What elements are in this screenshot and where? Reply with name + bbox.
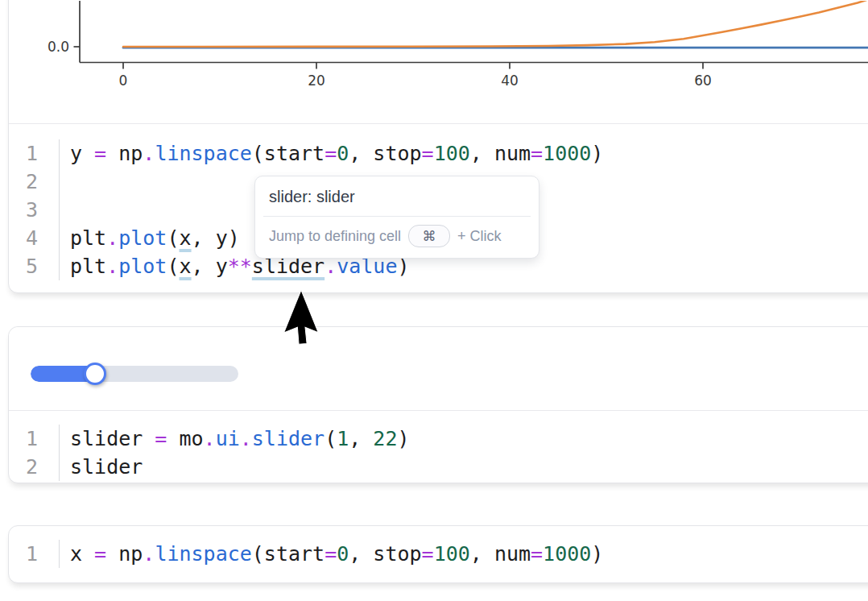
line-number: 4 [9, 224, 60, 252]
command-icon: ⌘ [423, 228, 436, 245]
code-line[interactable]: 1y = np.linspace(start=0, stop=100, num=… [9, 139, 868, 168]
line-number: 5 [9, 252, 60, 280]
line-number: 1 [9, 540, 60, 568]
plot-output: 0.00204060 [9, 1, 868, 123]
variable-tooltip: slider: slider Jump to defining cell ⌘ +… [254, 176, 539, 259]
line-number: 3 [9, 196, 60, 224]
svg-text:60: 60 [694, 73, 712, 89]
svg-text:0.0: 0.0 [48, 39, 69, 55]
code-editor[interactable]: 1x = np.linspace(start=0, stop=100, num=… [9, 526, 868, 568]
code-editor[interactable]: 1slider = mo.ui.slider(1, 22)2slider [9, 410, 868, 481]
slider-widget[interactable] [31, 362, 238, 386]
code-text: x = np.linspace(start=0, stop=100, num=1… [60, 540, 603, 568]
svg-text:20: 20 [308, 73, 325, 89]
slider-track[interactable] [31, 366, 238, 382]
code-line[interactable]: 1x = np.linspace(start=0, stop=100, num=… [9, 540, 868, 568]
reactive-variable: x [180, 255, 192, 278]
line-number: 2 [9, 453, 60, 481]
cell-slider: 1slider = mo.ui.slider(1, 22)2slider [8, 326, 868, 483]
marimo-notebook: 0.00204060 1y = np.linspace(start=0, sto… [0, 0, 868, 601]
code-text [60, 168, 70, 196]
code-line[interactable]: 2slider [9, 453, 868, 481]
slider-handle[interactable] [84, 363, 106, 385]
code-line[interactable]: 1slider = mo.ui.slider(1, 22) [9, 425, 868, 453]
reactive-variable: x [180, 226, 192, 250]
svg-text:0: 0 [119, 73, 128, 89]
code-text: plt.plot(x, y) [60, 224, 240, 252]
tooltip-suffix: + Click [457, 228, 502, 245]
code-text: slider [60, 453, 143, 481]
line-number: 2 [9, 168, 60, 196]
line-number: 1 [9, 425, 60, 453]
line-number: 1 [9, 139, 60, 168]
svg-text:40: 40 [501, 73, 519, 89]
tooltip-action-label: Jump to defining cell [269, 228, 401, 245]
code-text: y = np.linspace(start=0, stop=100, num=1… [60, 139, 603, 168]
slider-output [9, 327, 868, 410]
tooltip-title: slider: slider [255, 176, 539, 216]
cell-x-definition: 1x = np.linspace(start=0, stop=100, num=… [8, 525, 868, 583]
jump-to-defining-cell[interactable]: Jump to defining cell ⌘ + Click [255, 217, 539, 258]
cmd-key-badge: ⌘ [408, 225, 450, 247]
code-text [60, 196, 70, 224]
code-text: slider = mo.ui.slider(1, 22) [60, 425, 410, 453]
plot-svg: 0.00204060 [9, 1, 868, 123]
